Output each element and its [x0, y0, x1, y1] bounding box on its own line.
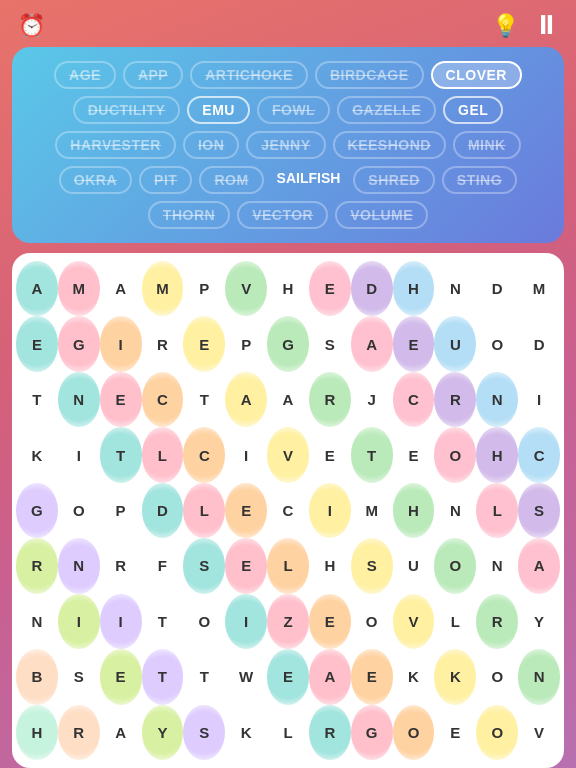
grid-cell[interactable]: T: [183, 372, 225, 427]
word-chip-pit[interactable]: PIT: [139, 166, 192, 194]
grid-cell[interactable]: T: [351, 427, 393, 482]
grid-cell[interactable]: A: [309, 649, 351, 704]
word-chip-thorn[interactable]: THORN: [148, 201, 230, 229]
grid-cell[interactable]: S: [309, 316, 351, 371]
grid-cell[interactable]: L: [183, 483, 225, 538]
grid-cell[interactable]: D: [518, 316, 560, 371]
grid-cell[interactable]: W: [225, 649, 267, 704]
word-chip-ductility[interactable]: DUCTILITY: [73, 96, 181, 124]
word-chip-volume[interactable]: VOLUME: [335, 201, 428, 229]
grid-cell[interactable]: L: [267, 538, 309, 593]
grid-cell[interactable]: N: [58, 372, 100, 427]
grid-cell[interactable]: E: [351, 649, 393, 704]
grid-cell[interactable]: C: [393, 372, 435, 427]
grid-cell[interactable]: E: [309, 594, 351, 649]
grid-cell[interactable]: P: [225, 316, 267, 371]
word-chip-emu[interactable]: EMU: [187, 96, 250, 124]
word-chip-jenny[interactable]: JENNY: [246, 131, 325, 159]
grid-cell[interactable]: O: [351, 594, 393, 649]
word-chip-age[interactable]: AGE: [54, 61, 116, 89]
grid-cell[interactable]: S: [58, 649, 100, 704]
grid-cell[interactable]: D: [476, 261, 518, 316]
grid-cell[interactable]: E: [267, 649, 309, 704]
grid-cell[interactable]: R: [476, 594, 518, 649]
grid-cell[interactable]: E: [100, 649, 142, 704]
grid-cell[interactable]: P: [100, 483, 142, 538]
grid-cell[interactable]: K: [16, 427, 58, 482]
word-chip-keeshond[interactable]: KEESHOND: [333, 131, 446, 159]
grid-cell[interactable]: V: [225, 261, 267, 316]
word-chip-gel[interactable]: GEL: [443, 96, 503, 124]
word-chip-gazelle[interactable]: GAZELLE: [337, 96, 436, 124]
grid-cell[interactable]: O: [434, 538, 476, 593]
grid-cell[interactable]: I: [309, 483, 351, 538]
grid-cell[interactable]: R: [16, 538, 58, 593]
grid-cell[interactable]: A: [225, 372, 267, 427]
word-chip-ion[interactable]: ION: [183, 131, 239, 159]
grid-cell[interactable]: A: [16, 261, 58, 316]
grid-cell[interactable]: R: [142, 316, 184, 371]
word-chip-artichoke[interactable]: ARTICHOKE: [190, 61, 308, 89]
grid-cell[interactable]: T: [100, 427, 142, 482]
grid-cell[interactable]: E: [225, 538, 267, 593]
grid-cell[interactable]: A: [267, 372, 309, 427]
grid-cell[interactable]: R: [100, 538, 142, 593]
grid-cell[interactable]: Y: [518, 594, 560, 649]
grid-cell[interactable]: V: [267, 427, 309, 482]
grid-cell[interactable]: C: [142, 372, 184, 427]
grid-cell[interactable]: N: [58, 538, 100, 593]
grid-cell[interactable]: A: [518, 538, 560, 593]
grid-cell[interactable]: H: [16, 705, 58, 760]
grid-cell[interactable]: R: [434, 372, 476, 427]
grid-cell[interactable]: G: [267, 316, 309, 371]
grid-cell[interactable]: E: [434, 705, 476, 760]
pause-button[interactable]: ⏸: [533, 10, 558, 41]
word-chip-sting[interactable]: STING: [442, 166, 517, 194]
grid-cell[interactable]: N: [16, 594, 58, 649]
grid-cell[interactable]: R: [309, 705, 351, 760]
grid-cell[interactable]: N: [476, 538, 518, 593]
grid-cell[interactable]: I: [518, 372, 560, 427]
grid-cell[interactable]: I: [225, 427, 267, 482]
word-chip-birdcage[interactable]: BIRDCAGE: [315, 61, 424, 89]
grid-cell[interactable]: H: [309, 538, 351, 593]
grid-cell[interactable]: P: [183, 261, 225, 316]
grid-cell[interactable]: N: [434, 261, 476, 316]
grid-cell[interactable]: K: [434, 649, 476, 704]
grid-cell[interactable]: S: [518, 483, 560, 538]
hint-area[interactable]: 💡: [492, 13, 523, 39]
grid-cell[interactable]: G: [16, 483, 58, 538]
grid-cell[interactable]: A: [100, 705, 142, 760]
grid-cell[interactable]: M: [58, 261, 100, 316]
grid-cell[interactable]: Z: [267, 594, 309, 649]
grid-cell[interactable]: M: [351, 483, 393, 538]
grid-cell[interactable]: R: [309, 372, 351, 427]
grid-cell[interactable]: B: [16, 649, 58, 704]
grid-cell[interactable]: Y: [142, 705, 184, 760]
grid-cell[interactable]: O: [476, 316, 518, 371]
grid-cell[interactable]: E: [225, 483, 267, 538]
grid-cell[interactable]: S: [183, 538, 225, 593]
grid-cell[interactable]: E: [100, 372, 142, 427]
grid-cell[interactable]: H: [393, 261, 435, 316]
grid-cell[interactable]: O: [183, 594, 225, 649]
grid-cell[interactable]: G: [351, 705, 393, 760]
grid-cell[interactable]: L: [476, 483, 518, 538]
grid-cell[interactable]: U: [393, 538, 435, 593]
grid-cell[interactable]: O: [393, 705, 435, 760]
grid-cell[interactable]: D: [142, 483, 184, 538]
grid-cell[interactable]: T: [183, 649, 225, 704]
grid-cell[interactable]: A: [351, 316, 393, 371]
grid-cell[interactable]: U: [434, 316, 476, 371]
grid-cell[interactable]: N: [434, 483, 476, 538]
grid-cell[interactable]: H: [476, 427, 518, 482]
grid-cell[interactable]: J: [351, 372, 393, 427]
grid-cell[interactable]: V: [393, 594, 435, 649]
grid-cell[interactable]: O: [434, 427, 476, 482]
grid-cell[interactable]: L: [434, 594, 476, 649]
grid-cell[interactable]: G: [58, 316, 100, 371]
grid-cell[interactable]: E: [393, 316, 435, 371]
grid-cell[interactable]: I: [58, 427, 100, 482]
grid-cell[interactable]: K: [393, 649, 435, 704]
grid-cell[interactable]: T: [16, 372, 58, 427]
